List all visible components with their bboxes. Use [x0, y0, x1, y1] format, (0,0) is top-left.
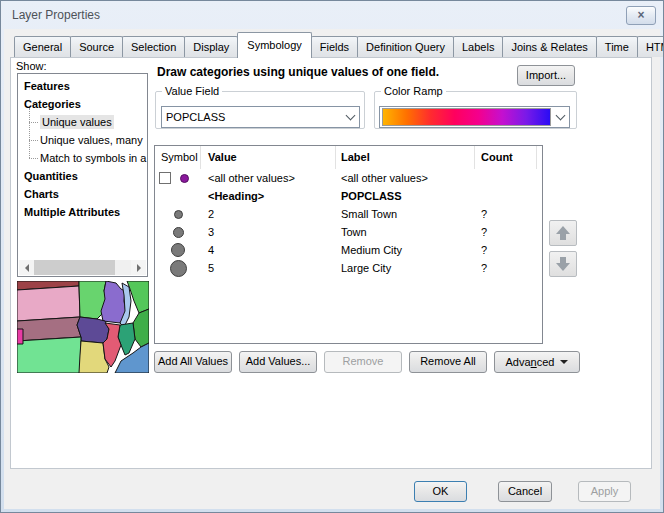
count-cell: ? — [475, 244, 537, 256]
column-header-count: Count — [475, 146, 537, 169]
ok-button[interactable]: OK — [414, 481, 467, 502]
label-cell: Large City — [336, 262, 475, 274]
state-shape — [17, 337, 81, 373]
value-cell: 5 — [201, 262, 336, 274]
tab-bar: General Source Selection Display Symbolo… — [14, 32, 664, 57]
tab-fields[interactable]: Fields — [311, 36, 358, 57]
symbol-dot[interactable] — [170, 260, 187, 277]
remove-all-button[interactable]: Remove All — [409, 351, 487, 373]
symbol-cell — [155, 172, 201, 184]
symbol-dot[interactable] — [174, 210, 183, 219]
state-shape — [133, 309, 149, 347]
tree-item-match-symbols[interactable]: Match to symbols in a — [18, 149, 147, 167]
apply-button[interactable]: Apply — [578, 481, 631, 502]
value-field-dropdown-button[interactable] — [341, 107, 359, 127]
value-field-value: POPCLASS — [162, 111, 341, 123]
close-button[interactable]: × — [626, 6, 656, 25]
tab-source[interactable]: Source — [70, 36, 123, 57]
state-shape — [17, 329, 23, 344]
count-cell: ? — [475, 226, 537, 238]
column-header-value: Value — [201, 146, 336, 169]
color-ramp-label: Color Ramp — [381, 85, 446, 97]
scroll-left-icon — [25, 264, 29, 272]
tree-item-unique-values-many[interactable]: Unique values, many — [18, 131, 147, 149]
move-down-button[interactable] — [549, 251, 577, 277]
advanced-button-label: Advanced — [506, 353, 555, 372]
scroll-left-button[interactable] — [19, 260, 34, 275]
cancel-button[interactable]: Cancel — [498, 481, 552, 502]
count-cell: ? — [475, 262, 537, 274]
tab-display[interactable]: Display — [184, 36, 238, 57]
value-cell: 4 — [201, 244, 336, 256]
advanced-button[interactable]: Advanced — [494, 351, 580, 373]
table-row[interactable]: 2 Small Town ? — [155, 205, 542, 223]
scroll-thumb[interactable] — [34, 260, 115, 275]
remove-button[interactable]: Remove — [324, 351, 402, 373]
arrow-up-icon — [556, 226, 570, 234]
label-cell: <all other values> — [336, 172, 475, 184]
column-header-label: Label — [336, 146, 475, 169]
values-list: Symbol Value Label Count <all other valu… — [154, 145, 543, 344]
symbol-dot[interactable] — [171, 243, 185, 257]
scroll-right-icon — [137, 264, 141, 272]
tree-item-charts[interactable]: Charts — [18, 185, 147, 203]
add-values-button[interactable]: Add Values... — [239, 351, 317, 373]
label-cell: Town — [336, 226, 475, 238]
value-cell: 2 — [201, 208, 336, 220]
arrow-down-icon — [556, 263, 570, 271]
tab-selection[interactable]: Selection — [122, 36, 185, 57]
layer-preview-map — [17, 281, 149, 373]
table-row[interactable]: <Heading> POPCLASS — [155, 187, 542, 205]
state-shape — [77, 317, 109, 343]
move-up-button[interactable] — [549, 220, 577, 246]
tab-html-popup[interactable]: HTML Popup — [637, 36, 664, 57]
tree-item-features[interactable]: Features — [18, 77, 147, 95]
table-row[interactable]: 5 Large City ? — [155, 259, 542, 277]
symbol-cell — [155, 210, 201, 219]
tab-labels[interactable]: Labels — [453, 36, 503, 57]
symbol-cell — [155, 227, 201, 238]
value-cell: <Heading> — [201, 190, 336, 202]
symbol-dot[interactable] — [180, 174, 189, 183]
chevron-down-icon — [345, 111, 355, 121]
color-ramp-dropdown[interactable] — [379, 106, 570, 128]
all-other-values-checkbox[interactable] — [159, 172, 171, 184]
show-label: Show: — [16, 60, 47, 72]
tree-horizontal-scrollbar[interactable] — [19, 260, 146, 275]
tree-item-multiple-attributes[interactable]: Multiple Attributes — [18, 203, 147, 221]
table-row[interactable]: 3 Town ? — [155, 223, 542, 241]
dropdown-caret-icon — [560, 360, 568, 364]
tree-item-unique-values[interactable]: Unique values — [18, 113, 147, 131]
label-cell: POPCLASS — [336, 190, 475, 202]
table-row[interactable]: <all other values> <all other values> — [155, 169, 542, 187]
value-cell: <all other values> — [201, 172, 336, 184]
tab-joins-relates[interactable]: Joins & Relates — [502, 36, 596, 57]
column-header-symbol: Symbol — [155, 146, 201, 169]
value-field-dropdown[interactable]: POPCLASS — [161, 106, 360, 128]
symbol-cell — [155, 243, 201, 257]
values-list-header: Symbol Value Label Count — [155, 146, 542, 169]
categories-children: Unique values Unique values, many Match … — [18, 113, 147, 167]
value-field-label: Value Field — [162, 85, 222, 97]
value-cell: 3 — [201, 226, 336, 238]
close-icon: × — [637, 8, 644, 22]
add-all-values-button[interactable]: Add All Values — [154, 351, 232, 373]
window-title: Layer Properties — [12, 8, 100, 22]
page-title: Draw categories using unique values of o… — [157, 65, 439, 79]
table-row[interactable]: 4 Medium City ? — [155, 241, 542, 259]
tab-definition-query[interactable]: Definition Query — [357, 36, 454, 57]
state-shape — [17, 286, 80, 321]
color-ramp-swatch — [382, 108, 551, 126]
import-button[interactable]: Import... — [517, 65, 575, 86]
state-shape — [118, 323, 135, 355]
tree-item-quantities[interactable]: Quantities — [18, 167, 147, 185]
scroll-right-button[interactable] — [131, 260, 146, 275]
show-tree: Features Categories Unique values Unique… — [17, 73, 148, 277]
tab-time[interactable]: Time — [596, 36, 638, 57]
symbol-dot[interactable] — [173, 227, 184, 238]
symbol-cell — [155, 260, 201, 277]
tab-symbology[interactable]: Symbology — [237, 32, 311, 58]
tab-general[interactable]: General — [14, 36, 71, 57]
color-ramp-dropdown-button[interactable] — [551, 107, 569, 127]
tree-item-categories[interactable]: Categories — [18, 95, 147, 113]
